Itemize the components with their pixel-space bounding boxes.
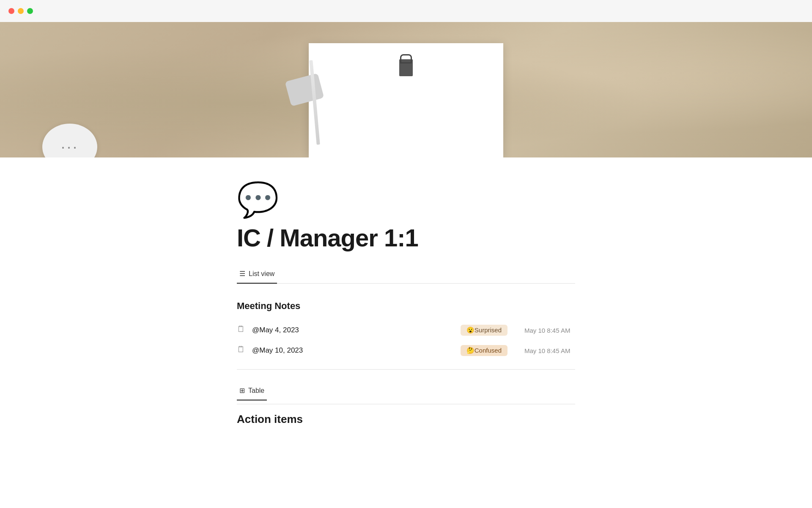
view-tabs: ☰ List view xyxy=(237,265,575,284)
meeting-row-2[interactable]: 🗒 @May 10, 2023 🤔Confused May 10 8:45 AM xyxy=(237,340,575,361)
tab-list-view-label: List view xyxy=(249,270,274,278)
maximize-button[interactable] xyxy=(27,8,33,14)
tab-table-view[interactable]: ⊞ Table xyxy=(237,382,267,400)
paper-prop xyxy=(309,43,503,157)
status-badge-2: 🤔Confused xyxy=(461,345,508,356)
meeting-time-2: May 10 8:45 AM xyxy=(524,347,575,354)
page-content: 💬 IC / Manager 1:1 ☰ List view Meeting N… xyxy=(152,183,660,426)
minimize-button[interactable] xyxy=(18,8,24,14)
section-divider xyxy=(237,369,575,370)
badge-text-1: 😮Surprised xyxy=(466,326,502,334)
meeting-date-1: @May 4, 2023 xyxy=(252,326,461,334)
title-bar xyxy=(0,0,812,22)
table-tab-divider xyxy=(237,404,575,404)
table-section: ⊞ Table xyxy=(237,382,575,404)
close-button[interactable] xyxy=(8,8,14,14)
doc-icon-2: 🗒 xyxy=(237,345,246,356)
meeting-time-1: May 10 8:45 AM xyxy=(524,327,575,334)
page-icon: 💬 xyxy=(237,183,575,217)
list-view-icon: ☰ xyxy=(239,270,245,278)
meeting-date-2: @May 10, 2023 xyxy=(252,346,461,355)
doc-icon-1: 🗒 xyxy=(237,324,246,336)
meeting-notes-header: Meeting Notes xyxy=(237,301,575,312)
status-badge-1: 😮Surprised xyxy=(461,325,508,336)
table-icon: ⊞ xyxy=(239,387,245,395)
action-items-header: Action items xyxy=(237,413,575,426)
badge-text-2: 🤔Confused xyxy=(466,347,502,354)
tab-list-view[interactable]: ☰ List view xyxy=(237,265,277,284)
page-title: IC / Manager 1:1 xyxy=(237,224,575,252)
binder-clip-prop xyxy=(399,59,413,76)
meeting-row-1[interactable]: 🗒 @May 4, 2023 😮Surprised May 10 8:45 AM xyxy=(237,320,575,340)
hero-image: ··· xyxy=(0,22,812,157)
tab-table-label: Table xyxy=(248,387,264,395)
